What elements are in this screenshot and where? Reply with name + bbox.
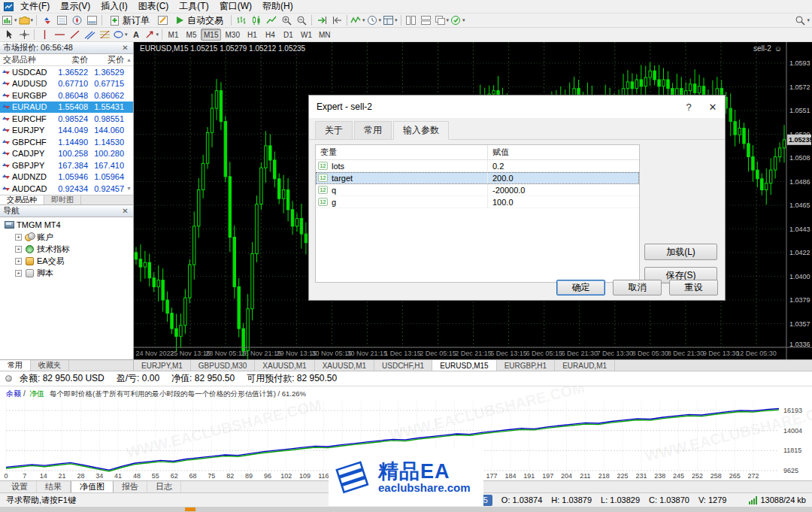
chart-tab-2[interactable]: XAUUSD,M1 <box>255 360 314 371</box>
tile-windows-button[interactable] <box>404 14 419 27</box>
market-watch-row-AUDCAD[interactable]: AUDCAD0.924340.92457 <box>0 183 133 195</box>
column-variable[interactable]: 变量 <box>316 145 487 159</box>
cascade-windows-button[interactable]: ▾ <box>434 14 450 27</box>
reset-button[interactable]: 重设 <box>669 280 718 295</box>
chart-shift-button[interactable] <box>329 14 344 27</box>
metaeditor-button[interactable] <box>155 14 170 27</box>
chart-tab-5[interactable]: EURUSD,M15 <box>432 360 496 371</box>
zoom-out-button[interactable] <box>294 14 309 27</box>
expand-icon[interactable]: + <box>15 246 22 253</box>
vertical-line-tool[interactable] <box>37 29 52 41</box>
menu-item-file[interactable]: 文件(F) <box>15 0 55 13</box>
indicators-button[interactable]: ▾ <box>350 14 366 27</box>
text-tool[interactable]: A <box>129 29 144 41</box>
autotrading-button[interactable]: 自动交易 <box>170 14 229 27</box>
timeframe-M30[interactable]: M30 <box>222 29 242 41</box>
chart-tab-6[interactable]: EURGBP,H1 <box>497 360 556 371</box>
param-row-q[interactable]: 12q-20000.0 <box>316 184 639 196</box>
new-order-button[interactable]: 新订单 <box>105 14 155 27</box>
market-watch-row-GBPCHF[interactable]: GBPCHF1.144901.14530 <box>0 136 133 148</box>
search-icon[interactable]: ▾ <box>794 14 810 27</box>
terminal-tab-结果[interactable]: 结果 <box>37 481 71 492</box>
tab-tick-chart[interactable]: 即时图 <box>44 195 81 204</box>
bar-chart-mode-button[interactable] <box>234 14 249 27</box>
cancel-button[interactable]: 取消 <box>613 280 662 295</box>
dialog-titlebar[interactable]: Expert - sell-2 ? ✕ <box>309 95 725 118</box>
menu-item-charts[interactable]: 图表(C) <box>133 0 174 13</box>
timeframe-W1[interactable]: W1 <box>298 29 315 41</box>
param-row-g[interactable]: 12g100.0 <box>316 196 639 208</box>
terminal-tab-设置[interactable]: 设置 <box>3 481 37 492</box>
chart-tab-3[interactable]: XAUUSD,M1 <box>315 360 374 371</box>
market-watch-row-USDCAD[interactable]: USDCAD1.365221.36529 <box>0 66 133 78</box>
timeframe-H4[interactable]: H4 <box>262 29 279 41</box>
auto-scroll-button[interactable] <box>314 14 329 27</box>
terminal-tab-日志[interactable]: 日志 <box>147 481 181 492</box>
tree-item-experts[interactable]: +EA交易 <box>0 255 133 267</box>
market-watch-row-EURGBP[interactable]: EURGBP0.860480.86062 <box>0 89 133 101</box>
scroll-up-arrow[interactable]: ▲ <box>126 57 132 63</box>
expand-icon[interactable]: + <box>15 258 22 265</box>
zoom-in-button[interactable] <box>279 14 294 27</box>
market-watch-row-GBPJPY[interactable]: GBPJPY167.384167.410 <box>0 159 133 171</box>
channel-tool[interactable] <box>82 29 97 41</box>
tree-item-indicators[interactable]: +技术指标 <box>0 243 133 255</box>
terminal-tab-净值图[interactable]: 净值图 <box>71 481 114 492</box>
market-watch-toggle[interactable] <box>39 14 54 27</box>
ea-smiley-icon[interactable]: ☺ <box>774 44 782 53</box>
horizontal-line-tool[interactable] <box>52 29 67 41</box>
shapes-tool[interactable]: ▾ <box>112 29 129 41</box>
expand-icon[interactable]: + <box>15 270 22 277</box>
chart-tab-4[interactable]: USDCHF,H1 <box>374 360 432 371</box>
candlestick-mode-button[interactable] <box>249 14 264 27</box>
new-chart-button[interactable]: ▾ <box>2 14 18 27</box>
market-watch-row-EURAUD[interactable]: EURAUD1.554081.55431 <box>0 101 133 114</box>
tree-item-accounts[interactable]: +账户 <box>0 231 133 243</box>
templates-button[interactable]: ▾ <box>382 14 398 27</box>
timeframe-H1[interactable]: H1 <box>244 29 261 41</box>
tab-inputs[interactable]: 输入参数 <box>393 121 449 140</box>
strategy-tester-button[interactable]: ▾ <box>450 14 466 27</box>
market-watch-row-AUDNZD[interactable]: AUDNZD1.059461.05964 <box>0 171 133 183</box>
timeframe-M5[interactable]: M5 <box>183 29 200 41</box>
ok-button[interactable]: 确定 <box>556 280 605 295</box>
menu-item-view[interactable]: 显示(V) <box>55 0 95 13</box>
navigator-tab-常用[interactable]: 常用 <box>0 360 31 371</box>
market-watch-row-CADJPY[interactable]: CADJPY100.258100.280 <box>0 148 133 160</box>
arrows-tool[interactable]: ▾ <box>144 29 160 41</box>
trendline-tool[interactable] <box>67 29 82 41</box>
column-value[interactable]: 赋值 <box>487 145 639 159</box>
market-watch-row-EURCHF[interactable]: EURCHF0.985240.98551 <box>0 113 133 125</box>
column-ask[interactable]: 买价 <box>92 54 128 65</box>
line-chart-mode-button[interactable] <box>264 14 279 27</box>
tile-horizontal-button[interactable] <box>419 14 434 27</box>
tab-symbols[interactable]: 交易品种 <box>0 195 44 204</box>
menu-item-window[interactable]: 窗口(W) <box>214 0 257 13</box>
dialog-help-button[interactable]: ? <box>677 95 701 118</box>
fibonacci-tool[interactable] <box>97 29 112 41</box>
timeframe-MN[interactable]: MN <box>316 29 334 41</box>
expand-icon[interactable]: + <box>15 234 22 241</box>
param-row-target[interactable]: 12target200.0 <box>316 172 639 184</box>
profiles-button[interactable]: ▾ <box>18 14 35 27</box>
tree-root-account[interactable]: TMGM MT4 <box>0 219 133 231</box>
menu-item-tools[interactable]: 工具(T) <box>174 0 214 13</box>
cursor-tool[interactable] <box>2 29 17 41</box>
tree-item-scripts[interactable]: +脚本 <box>0 267 133 279</box>
chart-tab-1[interactable]: GBPUSD,M30 <box>191 360 255 371</box>
navigator-toggle[interactable] <box>69 14 84 27</box>
scroll-down-arrow[interactable]: ▼ <box>126 186 132 192</box>
timeframe-D1[interactable]: D1 <box>280 29 297 41</box>
market-watch-row-EURJPY[interactable]: EURJPY144.049144.060 <box>0 125 133 137</box>
tab-common[interactable]: 常用 <box>354 121 392 139</box>
chart-tab-0[interactable]: EURJPY,M1 <box>134 360 191 371</box>
timeframe-M15[interactable]: M15 <box>201 29 221 41</box>
chart-tab-7[interactable]: EURAUD,M1 <box>555 360 615 371</box>
menu-item-help[interactable]: 帮助(H) <box>257 0 298 13</box>
close-icon[interactable]: ✕ <box>120 207 130 215</box>
dialog-close-icon[interactable]: ✕ <box>701 95 725 118</box>
navigator-tab-收藏夹[interactable]: 收藏夹 <box>31 360 69 371</box>
data-window-toggle[interactable] <box>54 14 69 27</box>
crosshair-tool[interactable] <box>17 29 32 41</box>
close-icon[interactable]: ✕ <box>120 44 130 52</box>
